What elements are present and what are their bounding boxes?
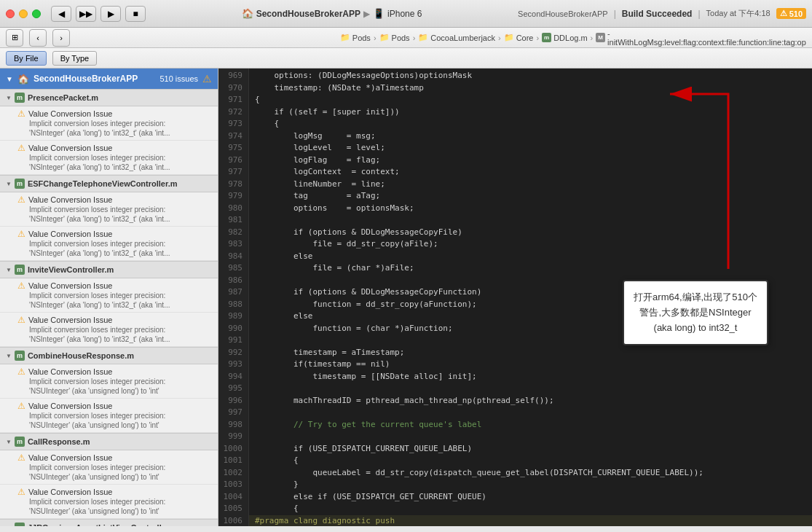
sidebar-warning-icon: ⚠ (202, 73, 212, 85)
code-line: machThreadID = pthread_mach_thread_np(pt… (249, 395, 812, 407)
bc-arrow2: › (413, 34, 416, 42)
project-icon-sidebar: 🏠 (17, 74, 29, 85)
sidebar-project-name: SecondHouseBrokerAPP (33, 74, 138, 84)
code-line: lineNumber = line; (249, 179, 812, 191)
grid-view-button[interactable]: ⊞ (6, 29, 23, 47)
m-icon-call: m (15, 437, 25, 447)
issue-esf-desc2: Implicit conversion loses integer precis… (17, 239, 212, 258)
title-arrow: ▶ (363, 9, 370, 19)
breadcrumb: 📁 Pods › 📁 Pods › 📁 CocoaLumberjack › 📁 … (340, 29, 806, 47)
issue-presencepacket-1[interactable]: ⚠ Value Conversion Issue Implicit conver… (0, 106, 218, 141)
triangle-icon-jjr: ▼ (6, 525, 12, 527)
warn-icon-comb2: ⚠ (17, 401, 25, 411)
warning-badge[interactable]: ⚠ 510 (776, 8, 806, 19)
group-callresponse-header[interactable]: ▼ m CallResponse.m (0, 433, 218, 450)
m-icon-esf: m (15, 179, 25, 189)
group-jjr-name: JJRGarrisonAgentListViewController.m (28, 523, 178, 526)
bc-method[interactable]: M -initWithLogMsg:level:flag:context:fil… (596, 29, 806, 47)
device-name: iPhone 6 (387, 9, 422, 19)
file-type-toolbar: By File By Type (0, 48, 812, 69)
warn-icon-call2: ⚠ (17, 487, 25, 497)
group-invite-name: InviteViewController.m (28, 265, 114, 274)
method-icon: M (596, 33, 605, 42)
bc-ddlog[interactable]: m DDLog.m (542, 33, 587, 42)
editor-area: 9699709719729739749759769779789799809819… (218, 69, 812, 526)
code-line: { (249, 94, 812, 106)
group-presencepacket-header[interactable]: ▼ m PresencePacket.m (0, 89, 218, 106)
code-line: tag = aTag; (249, 190, 812, 203)
build-separator2: | (698, 9, 700, 19)
issue-invite-1[interactable]: ⚠ Value Conversion Issue Implicit conver… (0, 278, 218, 313)
code-line: timestamp = aTimestamp; (249, 347, 812, 359)
warn-icon2: ⚠ (17, 143, 25, 153)
issue-invite-2[interactable]: ⚠ Value Conversion Issue Implicit conver… (0, 313, 218, 347)
close-button[interactable] (6, 9, 15, 18)
bc-pods1-label: Pods (352, 34, 371, 42)
back-button[interactable]: ◀ (51, 6, 71, 22)
issue-desc2: Implicit conversion loses integer precis… (17, 153, 212, 172)
code-line: { (249, 503, 812, 515)
title-center: 🏠 SecondHouseBrokerAPP ▶ 📱 iPhone 6 (150, 8, 513, 19)
triangle-icon-invite: ▼ (6, 267, 12, 273)
code-line (249, 383, 812, 395)
code-line (249, 214, 812, 227)
issue-comb-title2: Value Conversion Issue (28, 402, 112, 410)
title-right: SecondHouseBrokerAPP | Build Succeeded |… (518, 8, 806, 19)
issue-comb-title1: Value Conversion Issue (28, 367, 112, 376)
group-invite: ▼ m InviteViewController.m ⚠ Value Conve… (0, 261, 218, 347)
m-icon-jjr: m (15, 523, 25, 526)
issue-presencepacket-2[interactable]: ⚠ Value Conversion Issue Implicit conver… (0, 141, 218, 175)
warn-icon-inv1: ⚠ (17, 281, 25, 291)
stop-button[interactable]: ■ (125, 6, 146, 22)
bc-pods2[interactable]: 📁 Pods (379, 33, 410, 42)
issue-call-title2: Value Conversion Issue (28, 488, 112, 496)
m-icon-invite: m (15, 265, 25, 275)
issue-call-2[interactable]: ⚠ Value Conversion Issue Implicit conver… (0, 485, 218, 519)
group-callresponse: ▼ m CallResponse.m ⚠ Value Conversion Is… (0, 433, 218, 519)
main-layout: ▼ 🏠 SecondHouseBrokerAPP 510 issues ⚠ ▼ … (0, 69, 812, 526)
code-line: file = (char *)aFile; (249, 262, 812, 275)
bc-core[interactable]: 📁 Core (504, 33, 534, 42)
sidebar-issue-count: 510 issues (159, 74, 198, 83)
play-button[interactable]: ▶ (100, 6, 121, 22)
device-icon: 📱 (373, 8, 385, 19)
group-invite-header[interactable]: ▼ m InviteViewController.m (0, 261, 218, 278)
forward-button[interactable]: ▶▶ (76, 6, 96, 22)
build-status: Build Succeeded (622, 9, 693, 19)
issue-esf-1[interactable]: ⚠ Value Conversion Issue Implicit conver… (0, 192, 218, 227)
bc-pods1[interactable]: 📁 Pods (340, 33, 371, 42)
maximize-button[interactable] (32, 9, 41, 18)
group-jjr-header[interactable]: ▼ m JJRGarrisonAgentListViewController.m (0, 519, 218, 526)
bc-cocoa[interactable]: 📁 CocoaLumberjack (418, 33, 495, 42)
by-type-button[interactable]: By Type (52, 51, 98, 66)
issue-esf-title1: Value Conversion Issue (28, 195, 112, 204)
issue-esf-title2: Value Conversion Issue (28, 230, 112, 238)
by-file-button[interactable]: By File (6, 51, 47, 66)
minimize-button[interactable] (19, 9, 28, 18)
code-line: } (249, 479, 812, 491)
file-icon-m: m (542, 33, 551, 42)
issue-esf-2[interactable]: ⚠ Value Conversion Issue Implicit conver… (0, 227, 218, 261)
warning-count: 510 (789, 9, 803, 18)
title-bar: ◀ ▶▶ ▶ ■ 🏠 SecondHouseBrokerAPP ▶ 📱 iPho… (0, 0, 812, 28)
issue-call-1[interactable]: ⚠ Value Conversion Issue Implicit conver… (0, 450, 218, 485)
editor-wrapper: 9699709719729739749759769779789799809819… (218, 69, 812, 526)
bc-cocoa-label: CocoaLumberjack (430, 34, 495, 42)
group-presencepacket: ▼ m PresencePacket.m ⚠ Value Conversion … (0, 89, 218, 175)
bc-arrow3: › (498, 34, 501, 42)
code-line: if (USE_DISPATCH_CURRENT_QUEUE_LABEL) (249, 443, 812, 455)
nav-next-button[interactable]: › (52, 29, 70, 47)
code-line: logFlag = flag; (249, 154, 812, 167)
group-esf-header[interactable]: ▼ m ESFChangeTelephoneViewController.m (0, 175, 218, 192)
folder-icon3: 📁 (418, 33, 428, 42)
group-combine-header[interactable]: ▼ m CombineHouseResponse.m (0, 347, 218, 364)
sidebar: ▼ 🏠 SecondHouseBrokerAPP 510 issues ⚠ ▼ … (0, 69, 218, 526)
issue-combine-1[interactable]: ⚠ Value Conversion Issue Implicit conver… (0, 364, 218, 399)
line-numbers: 9699709719729739749759769779789799809819… (218, 69, 249, 526)
code-line: #pragma clang diagnostic push (249, 515, 812, 527)
issue-combine-2[interactable]: ⚠ Value Conversion Issue Implicit conver… (0, 399, 218, 433)
nav-prev-button[interactable]: ‹ (29, 29, 47, 47)
build-time: Today at 下午4:18 (706, 8, 770, 19)
issue-inv-title1: Value Conversion Issue (28, 281, 112, 290)
code-line (249, 431, 812, 443)
